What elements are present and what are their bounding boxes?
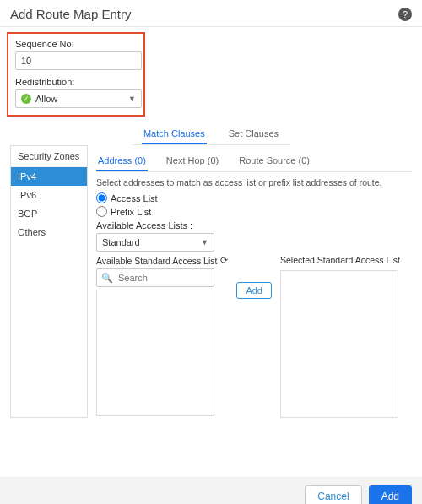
available-lists-value: Standard bbox=[102, 237, 140, 247]
redistribution-value: Allow bbox=[35, 94, 128, 104]
side-nav-title: Security Zones bbox=[11, 146, 87, 167]
radio-access-list[interactable] bbox=[96, 192, 107, 203]
available-std-label: Available Standard Access List bbox=[96, 256, 217, 266]
tab-match-clauses[interactable]: Match Clauses bbox=[142, 123, 207, 144]
available-listbox[interactable] bbox=[96, 290, 214, 416]
available-lists-label: Available Access Lists : bbox=[96, 220, 412, 230]
tab-set-clauses[interactable]: Set Clauses bbox=[227, 123, 280, 144]
sidebar-item-others[interactable]: Others bbox=[11, 223, 87, 241]
search-box[interactable]: 🔍 bbox=[96, 268, 214, 287]
search-input[interactable] bbox=[116, 272, 209, 284]
selected-std-label: Selected Standard Access List bbox=[280, 255, 400, 265]
radio-access-list-label: Access List bbox=[111, 193, 158, 203]
chevron-down-icon: ▼ bbox=[201, 238, 208, 247]
subtab-address[interactable]: Address (0) bbox=[96, 150, 148, 171]
add-button[interactable]: Add bbox=[369, 485, 412, 504]
help-icon[interactable]: ? bbox=[398, 8, 412, 21]
hint-text: Select addresses to match as access list… bbox=[96, 177, 412, 187]
chevron-down-icon: ▼ bbox=[128, 95, 136, 103]
add-to-selected-button[interactable]: Add bbox=[236, 282, 272, 299]
subtab-nexthop[interactable]: Next Hop (0) bbox=[165, 150, 220, 171]
refresh-icon[interactable]: ⟳ bbox=[220, 255, 228, 266]
sidebar-item-ipv6[interactable]: IPv6 bbox=[11, 186, 87, 204]
redistribution-select[interactable]: ✓ Allow ▼ bbox=[15, 89, 142, 108]
allow-icon: ✓ bbox=[21, 94, 31, 104]
selected-listbox[interactable] bbox=[280, 270, 398, 418]
sequence-input[interactable] bbox=[15, 51, 142, 70]
available-lists-select[interactable]: Standard ▼ bbox=[96, 233, 214, 252]
sidebar-item-ipv4[interactable]: IPv4 bbox=[11, 167, 87, 186]
dialog-title: Add Route Map Entry bbox=[10, 7, 131, 21]
redistribution-label: Redistribution: bbox=[15, 77, 137, 87]
radio-prefix-list[interactable] bbox=[96, 206, 107, 217]
side-nav: Security Zones IPv4 IPv6 BGP Others bbox=[10, 145, 88, 418]
highlight-box: Sequence No: Redistribution: ✓ Allow ▼ bbox=[7, 32, 145, 117]
sequence-label: Sequence No: bbox=[15, 39, 137, 49]
cancel-button[interactable]: Cancel bbox=[305, 485, 361, 504]
sidebar-item-bgp[interactable]: BGP bbox=[11, 204, 87, 223]
subtab-routesource[interactable]: Route Source (0) bbox=[237, 150, 311, 171]
radio-prefix-list-label: Prefix List bbox=[111, 207, 151, 217]
search-icon: 🔍 bbox=[101, 273, 113, 284]
